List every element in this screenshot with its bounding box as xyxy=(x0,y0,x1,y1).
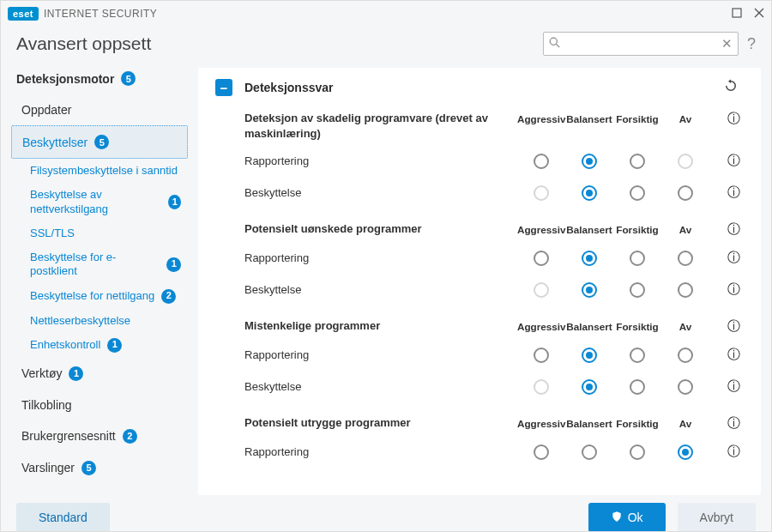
help-icon[interactable]: ? xyxy=(747,35,756,53)
content-panel: − Deteksjonssvar Deteksjon av skadelig p… xyxy=(198,68,761,495)
nav-detection-engine[interactable]: Deteksjonsmotor 5 xyxy=(11,68,188,94)
group-name: Potensielt utrygge programmer xyxy=(244,415,517,431)
nav-badge: 5 xyxy=(94,135,109,149)
nav-notifications[interactable]: Varslinger 5 xyxy=(11,452,188,484)
nav-sub-ssltls[interactable]: SSL/TLS xyxy=(23,221,188,245)
info-icon[interactable]: ⓘ xyxy=(709,347,740,363)
radio-option[interactable] xyxy=(630,185,645,201)
clear-search-icon[interactable]: ✕ xyxy=(721,36,733,51)
col-aggressive: Aggressiv xyxy=(517,321,565,332)
group-name: Potensielt uønskede programmer xyxy=(244,221,517,237)
nav-badge: 5 xyxy=(81,461,96,475)
row-name: Rapportering xyxy=(244,154,517,167)
nav-protections[interactable]: Beskyttelser 5 xyxy=(11,125,188,159)
button-label: Avbryt xyxy=(700,511,733,524)
nav-connection[interactable]: Tilkobling xyxy=(11,390,188,420)
setting-group: Deteksjon av skadelig programvare (dreve… xyxy=(215,111,756,201)
radio-option[interactable] xyxy=(630,379,645,395)
nav-label: Brukergrensesnitt xyxy=(21,429,116,443)
radio-option[interactable] xyxy=(630,251,645,266)
info-icon[interactable]: ⓘ xyxy=(709,221,740,238)
header: Avansert oppsett ✕ ? xyxy=(1,27,771,68)
nav-badge: 1 xyxy=(69,366,83,381)
col-off: Av xyxy=(661,113,709,124)
nav-label: Beskyttelse for nettilgang xyxy=(30,289,154,303)
info-icon[interactable]: ⓘ xyxy=(709,250,740,266)
section-title: Deteksjonssvar xyxy=(244,81,711,94)
nav-badge: 1 xyxy=(168,195,181,209)
setting-row: Rapporteringⓘ xyxy=(244,153,740,169)
radio-option[interactable] xyxy=(678,379,693,395)
group-name: Deteksjon av skadelig programvare (dreve… xyxy=(244,111,517,141)
info-icon[interactable]: ⓘ xyxy=(709,184,740,201)
radio-option xyxy=(534,379,549,395)
search-input[interactable] xyxy=(543,32,739,56)
info-icon[interactable]: ⓘ xyxy=(709,378,740,395)
button-label: Standard xyxy=(39,511,87,524)
maximize-icon[interactable] xyxy=(732,7,742,21)
radio-option[interactable] xyxy=(678,282,693,298)
col-cautious: Forsiktig xyxy=(613,224,661,235)
radio-option[interactable] xyxy=(678,251,693,266)
setting-group: Potensielt uønskede programmerAggressivB… xyxy=(215,221,756,298)
radio-option[interactable] xyxy=(630,282,645,298)
radio-option[interactable] xyxy=(582,444,597,460)
nav-label: Nettleserbeskyttelse xyxy=(30,314,130,327)
radio-option[interactable] xyxy=(534,444,549,460)
nav-ui[interactable]: Brukergrensesnitt 2 xyxy=(11,420,188,452)
radio-option[interactable] xyxy=(630,444,645,460)
nav-sub-browser[interactable]: Nettleserbeskyttelse xyxy=(23,309,188,333)
info-icon[interactable]: ⓘ xyxy=(709,318,740,335)
info-icon[interactable]: ⓘ xyxy=(709,153,740,169)
undo-icon[interactable] xyxy=(723,78,739,97)
info-icon[interactable]: ⓘ xyxy=(709,281,740,298)
nav-sub-device[interactable]: Enhetskontroll 1 xyxy=(23,333,188,358)
cancel-button[interactable]: Avbryt xyxy=(678,503,756,532)
sidebar: Deteksjonsmotor 5 Oppdater Beskyttelser … xyxy=(11,68,191,495)
default-button[interactable]: Standard xyxy=(16,503,110,532)
radio-option[interactable] xyxy=(630,348,645,363)
nav-label: Beskyttelse av nettverkstilgang xyxy=(30,188,161,216)
radio-option[interactable] xyxy=(534,154,549,169)
radio-option[interactable] xyxy=(582,185,597,201)
collapse-toggle[interactable]: − xyxy=(215,79,232,96)
footer: Standard Ok Avbryt xyxy=(1,495,771,532)
col-balanced: Balansert xyxy=(565,321,613,332)
info-icon[interactable]: ⓘ xyxy=(709,444,740,460)
setting-row: Rapporteringⓘ xyxy=(244,347,740,363)
nav-updater[interactable]: Oppdater xyxy=(11,94,188,125)
setting-row: Rapporteringⓘ xyxy=(244,444,740,460)
col-cautious: Forsiktig xyxy=(613,321,661,332)
nav-sub-network[interactable]: Beskyttelse av nettverkstilgang 1 xyxy=(23,183,188,221)
col-aggressive: Aggressiv xyxy=(517,418,565,429)
col-balanced: Balansert xyxy=(565,113,613,124)
radio-option[interactable] xyxy=(582,282,597,298)
nav-badge: 2 xyxy=(161,289,176,304)
radio-option[interactable] xyxy=(678,444,693,460)
nav-badge: 1 xyxy=(166,257,181,272)
nav-sub-email[interactable]: Beskyttelse for e-postklient 1 xyxy=(23,245,188,284)
nav-label: Tilkobling xyxy=(21,398,72,412)
radio-option[interactable] xyxy=(582,154,597,169)
info-icon[interactable]: ⓘ xyxy=(709,415,740,432)
col-balanced: Balansert xyxy=(565,224,613,235)
info-icon[interactable]: ⓘ xyxy=(709,111,740,127)
setting-group: Mistenkelige programmerAggressivBalanser… xyxy=(215,318,756,395)
radio-option[interactable] xyxy=(678,185,693,201)
setting-row: Rapporteringⓘ xyxy=(244,250,740,266)
radio-option[interactable] xyxy=(678,348,693,363)
radio-option[interactable] xyxy=(582,348,597,363)
nav-sub-filesystem[interactable]: Filsystembeskyttelse i sanntid xyxy=(23,159,188,183)
nav-label: Verktøy xyxy=(21,366,62,380)
radio-option[interactable] xyxy=(582,251,597,266)
brand-badge: eset xyxy=(8,7,39,21)
radio-option[interactable] xyxy=(534,348,549,363)
close-icon[interactable] xyxy=(754,7,764,21)
nav-sub-web[interactable]: Beskyttelse for nettilgang 2 xyxy=(23,284,188,309)
radio-option[interactable] xyxy=(534,251,549,266)
radio-option[interactable] xyxy=(630,154,645,169)
nav-label: SSL/TLS xyxy=(30,227,75,239)
ok-button[interactable]: Ok xyxy=(588,503,666,532)
nav-tools[interactable]: Verktøy 1 xyxy=(11,358,188,390)
radio-option[interactable] xyxy=(582,379,597,395)
